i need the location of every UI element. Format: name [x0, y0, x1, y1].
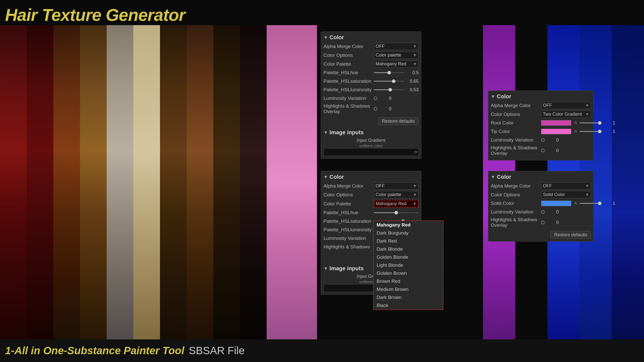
restore-defaults-top[interactable]: Restore defaults: [378, 117, 419, 125]
bottom-bar: 1-All in One-Substance Painter Tool SBSA…: [0, 339, 644, 362]
palette-lum-slider-container: 0.53: [374, 87, 419, 93]
highlights-circle-top[interactable]: [374, 107, 377, 111]
hue-fill-b: [374, 212, 396, 213]
highlights-circle-right-bottom[interactable]: [541, 221, 545, 224]
alpha-merge-row-bottom: Alpha Merge Color OFF ▼: [324, 182, 419, 190]
option-golden-brown[interactable]: Golden Brown: [374, 269, 443, 277]
palette-hue-label-bottom: Palette_HSLhue: [324, 210, 374, 215]
hair-strip-8: [187, 25, 213, 339]
alpha-merge-dropdown-bottom[interactable]: OFF ▼: [374, 182, 419, 190]
palette-sat-label-bottom: Palette_HSLsaturation: [324, 218, 374, 224]
color-options-dropdown-bottom[interactable]: Color palette ▼: [374, 191, 419, 198]
pink-hair-area: [267, 25, 317, 339]
solid-color-label: Solid Color: [491, 201, 541, 206]
option-light-blonde[interactable]: Light Blonde: [374, 261, 443, 269]
highlights-label-right-top: Highlights & Shadows Overlay: [491, 145, 541, 156]
clearfix-right-bottom: Restore defaults: [491, 230, 591, 239]
right-strip-5: [612, 25, 644, 339]
restore-defaults-right-bottom[interactable]: Restore defaults: [550, 231, 591, 239]
color-options-dropdown-top[interactable]: Color palette ▼: [374, 52, 419, 59]
clearfix-top: Restore defaults: [324, 116, 419, 125]
lum-variation-num-top: 0: [379, 96, 391, 101]
lum-thumb[interactable]: [388, 88, 392, 92]
image-inputs-arrow-top: ▼: [324, 130, 328, 135]
hair-strip-9: [213, 25, 240, 339]
hair-strip-2: [27, 25, 53, 339]
root-alpha-slider[interactable]: [580, 121, 600, 125]
input-gradient-label-top: Input Gradient: [324, 138, 419, 143]
lum-fill: [374, 89, 390, 90]
tip-color-row: Tip Color A 1: [491, 128, 591, 135]
solid-alpha-slider[interactable]: [580, 201, 600, 205]
solid-alpha-label: A: [574, 201, 577, 206]
palette-sat-value: 0.65: [406, 79, 419, 84]
sat-fill: [374, 81, 394, 82]
option-brown-red[interactable]: Brown Red: [374, 277, 443, 285]
color-palette-row-bottom: Color Palette Mahogany Red ▼ Mahogany Re…: [324, 200, 419, 208]
image-preview-icon-top[interactable]: ⟳: [414, 150, 417, 155]
hair-strip-4: [80, 25, 107, 339]
option-dark-burgundy[interactable]: Dark Burgundy: [374, 229, 443, 237]
color-section-header-right-bottom[interactable]: ▼ Color: [491, 174, 591, 180]
alpha-merge-dropdown-top[interactable]: OFF ▼: [374, 43, 419, 50]
lum-variation-circle-right-top[interactable]: [541, 138, 545, 142]
image-inputs-header-top[interactable]: ▼ Image inputs: [324, 129, 419, 136]
color-panel-right-bottom: ▼ Color Alpha Merge Color OFF ▼ Color Op…: [488, 171, 594, 242]
option-mahogany-red[interactable]: Mahogany Red: [374, 221, 443, 229]
highlights-value-top: 0: [374, 106, 419, 112]
highlights-row-top: Highlights & Shadows Overlay 0: [324, 103, 419, 114]
option-golden-blonde[interactable]: Golden Blonde: [374, 253, 443, 261]
option-black[interactable]: Black: [374, 301, 443, 309]
option-medium-brown[interactable]: Medium Brown: [374, 285, 443, 293]
option-dark-brown[interactable]: Dark Brown: [374, 293, 443, 301]
color-palette-dropdown-bottom[interactable]: Mahogany Red ▼: [374, 200, 419, 208]
root-color-swatch[interactable]: [541, 120, 571, 126]
lum-variation-circle-right-bottom[interactable]: [541, 210, 545, 214]
hair-strip-7: [160, 25, 187, 339]
hue-thumb-b[interactable]: [394, 211, 398, 214]
lum-variation-label-bottom: Luminosity Variation: [324, 236, 374, 241]
alpha-merge-dropdown-right-top[interactable]: OFF ▼: [541, 102, 591, 109]
alpha-merge-label-right-top: Alpha Merge Color: [491, 103, 541, 108]
palette-hue-slider[interactable]: [374, 71, 405, 75]
color-section-title-right-bottom: Color: [497, 174, 511, 180]
tip-alpha-slider[interactable]: [580, 129, 600, 133]
alpha-merge-dropdown-right-bottom[interactable]: OFF ▼: [541, 182, 591, 190]
root-alpha-value: 1: [603, 120, 615, 126]
alpha-merge-row-right-top: Alpha Merge Color OFF ▼: [491, 102, 591, 109]
tip-alpha-value: 1: [603, 129, 615, 134]
sat-thumb[interactable]: [392, 79, 395, 83]
image-inputs-top: ▼ Image inputs Input Gradient uniform co…: [324, 127, 419, 156]
option-dark-blonde[interactable]: Dark Blonde: [374, 245, 443, 253]
color-options-label-right-bottom: Color Options: [491, 192, 541, 198]
hair-strips-left: [0, 25, 267, 339]
color-section-header-right-top[interactable]: ▼ Color: [491, 93, 591, 100]
color-section-header-top[interactable]: ▼ Color: [324, 34, 419, 41]
alpha-merge-label-bottom: Alpha Merge Color: [324, 183, 374, 189]
palette-lum-slider[interactable]: [374, 88, 405, 92]
palette-hue-value: 0.5: [406, 70, 419, 75]
hue-thumb[interactable]: [387, 71, 391, 74]
color-options-dropdown-right-top[interactable]: Two Color Gradient ▼: [541, 111, 591, 118]
hair-strip-10: [240, 25, 267, 339]
tip-color-swatch[interactable]: [541, 129, 571, 134]
color-options-label-bottom: Color Options: [324, 192, 374, 198]
color-panel-top: ▼ Color Alpha Merge Color OFF ▼ Color Op…: [321, 31, 421, 159]
highlights-circle-right-top[interactable]: [541, 149, 545, 152]
palette-sat-row: Palette_HSLsaturation 0.65: [324, 78, 419, 85]
option-dark-red[interactable]: Dark Red: [374, 237, 443, 245]
lum-variation-row-right-top: Luminosity Variation 0: [491, 137, 591, 144]
hair-strip-3: [53, 25, 80, 339]
color-options-value-top: Color palette ▼: [374, 52, 419, 59]
image-preview-top[interactable]: ⟳: [324, 148, 419, 156]
solid-color-swatch[interactable]: [541, 201, 571, 206]
root-alpha-label: A: [574, 121, 577, 125]
color-options-dropdown-right-bottom[interactable]: Solid Color ▼: [541, 191, 591, 198]
color-options-row-bottom: Color Options Color palette ▼: [324, 191, 419, 198]
palette-hue-slider-bottom[interactable]: [374, 211, 419, 215]
palette-sat-slider[interactable]: [374, 79, 405, 83]
lum-variation-circle-top[interactable]: [374, 97, 377, 100]
palette-hue-row: Palette_HSLhue 0.5: [324, 69, 419, 76]
color-section-header-bottom[interactable]: ▼ Color: [324, 174, 419, 180]
color-palette-dropdown-top[interactable]: Mahogany Red ▼: [374, 60, 419, 68]
